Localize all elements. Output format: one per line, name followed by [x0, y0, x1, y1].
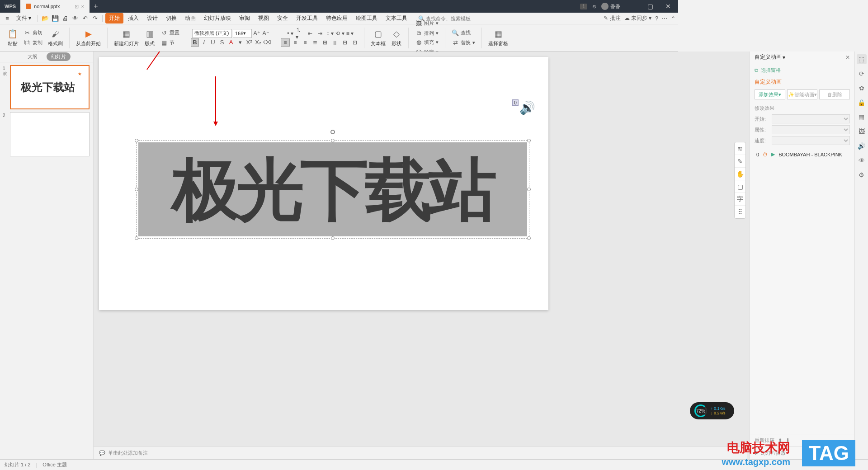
- thumb-text: 极光下载站: [21, 80, 75, 94]
- tab-view[interactable]: 视图: [255, 13, 273, 24]
- from-current-button[interactable]: ▶从当前开始: [74, 28, 103, 48]
- columns-button[interactable]: ⫼: [330, 38, 340, 47]
- titlebar: WPS normal.pptx ⊡ × + 1 ⎋ 香香 — ▢ ✕: [0, 0, 678, 13]
- sync-button[interactable]: ☁ 未同步 ▾: [624, 14, 652, 22]
- align-center-button[interactable]: ≡: [291, 38, 300, 47]
- resize-handle-s[interactable]: [331, 236, 335, 240]
- align-text-button[interactable]: ≡ ▾: [345, 29, 354, 38]
- indent-inc-button[interactable]: ⇥: [316, 29, 325, 38]
- slide-thumb-2[interactable]: [10, 112, 90, 156]
- subscript-button[interactable]: X₂: [254, 38, 262, 47]
- layout-button[interactable]: ▥版式: [142, 28, 157, 48]
- tab-texttools[interactable]: 文本工具: [382, 13, 411, 24]
- para1-button[interactable]: ⊟: [340, 38, 349, 47]
- replace-button[interactable]: ⇄替换 ▾: [450, 38, 477, 47]
- superscript-button[interactable]: X²: [245, 38, 253, 47]
- tab-slideshow[interactable]: 幻灯片放映: [200, 13, 235, 24]
- text-box-selected[interactable]: 极光下载站: [136, 140, 529, 239]
- reset-button[interactable]: ↺重置: [159, 28, 181, 38]
- picture-button[interactable]: 🖼图片 ▾: [413, 19, 440, 28]
- highlight-button[interactable]: ▾: [236, 38, 244, 47]
- line-spacing-button[interactable]: ↕ ▾: [326, 29, 335, 38]
- file-menu[interactable]: 文件 ▾: [13, 13, 35, 24]
- help-icon[interactable]: ?: [655, 15, 658, 22]
- bold-button[interactable]: B: [191, 38, 199, 47]
- new-tab-button[interactable]: +: [90, 2, 102, 10]
- font-name-combo[interactable]: 微软雅黑 (正文): [192, 29, 232, 38]
- increase-font-icon[interactable]: A⁺: [253, 29, 261, 38]
- resize-handle-w[interactable]: [135, 188, 138, 191]
- para2-button[interactable]: ⊡: [350, 38, 359, 47]
- slide-canvas[interactable]: 0 🔊 极光下载站: [99, 57, 548, 310]
- present-icon[interactable]: ⎋: [593, 3, 596, 9]
- print-icon[interactable]: 🖨: [61, 14, 70, 23]
- strikethrough-button[interactable]: S: [218, 38, 226, 47]
- close-button[interactable]: ✕: [662, 3, 675, 10]
- app-menu-icon[interactable]: ≡: [3, 14, 12, 23]
- tab-security[interactable]: 安全: [274, 13, 292, 24]
- new-slide-button[interactable]: ▦新建幻灯片: [112, 28, 141, 48]
- numbering-button[interactable]: ⒈ ▾: [296, 29, 305, 38]
- save-icon[interactable]: 💾: [51, 14, 60, 23]
- undo-icon[interactable]: ↶: [80, 14, 90, 23]
- tab-design[interactable]: 设计: [143, 13, 161, 24]
- tab-review[interactable]: 审阅: [236, 13, 254, 24]
- distribute-button[interactable]: ⊞: [321, 38, 330, 47]
- format-painter-button[interactable]: 🖌格式刷: [46, 28, 65, 48]
- tab-animation[interactable]: 动画: [181, 13, 199, 24]
- open-icon[interactable]: 📂: [41, 14, 50, 23]
- font-color-button[interactable]: A: [227, 38, 235, 47]
- bullets-button[interactable]: • ▾: [286, 29, 295, 38]
- slide-thumb-1[interactable]: 极光下载站 ★: [10, 65, 90, 109]
- arrange-button[interactable]: ⧉排列 ▾: [413, 29, 440, 38]
- font-size-combo[interactable]: 166 ▾: [233, 29, 252, 38]
- paste-button[interactable]: 📋粘贴: [5, 28, 20, 48]
- resize-handle-nw[interactable]: [135, 139, 138, 142]
- resize-handle-n[interactable]: [331, 139, 335, 142]
- tab-features[interactable]: 特色应用: [322, 13, 351, 24]
- minimize-button[interactable]: —: [626, 3, 638, 10]
- cut-button[interactable]: ✂剪切: [22, 28, 44, 38]
- document-tab[interactable]: normal.pptx ⊡ ×: [20, 0, 90, 13]
- justify-button[interactable]: ≣: [311, 38, 320, 47]
- shape-button[interactable]: ◇形状: [389, 28, 404, 48]
- tab-home[interactable]: 开始: [105, 13, 123, 24]
- text-direction-button[interactable]: ⟲ ▾: [335, 29, 344, 38]
- align-right-button[interactable]: ≡: [301, 38, 310, 47]
- ribbon-chevron-icon[interactable]: ⌃: [671, 15, 675, 22]
- tab-drawtools[interactable]: 绘图工具: [352, 13, 381, 24]
- redo-icon[interactable]: ↷: [90, 14, 99, 23]
- resize-handle-se[interactable]: [527, 236, 531, 240]
- counter-badge[interactable]: 1: [580, 4, 587, 9]
- resize-handle-e[interactable]: [527, 188, 531, 191]
- underline-button[interactable]: U: [209, 38, 217, 47]
- user-avatar[interactable]: 香香: [601, 3, 620, 10]
- tab-devtools[interactable]: 开发工具: [292, 13, 321, 24]
- collapse-ribbon-icon[interactable]: ⋯: [662, 15, 667, 22]
- section-button[interactable]: ▤节: [159, 38, 181, 47]
- close-icon[interactable]: ×: [81, 4, 84, 9]
- find-button[interactable]: 🔍查找: [450, 28, 477, 38]
- slides-tab[interactable]: 幻灯片: [47, 52, 71, 61]
- menubar: ≡ 文件 ▾ 📂 💾 🖨 👁 ↶ ↷ 开始 插入 设计 切换 动画 幻灯片放映 …: [0, 13, 678, 24]
- indent-dec-button[interactable]: ⇤: [306, 29, 315, 38]
- clear-format-button[interactable]: ⌫: [263, 38, 271, 47]
- audio-icon[interactable]: 🔊: [519, 100, 535, 114]
- align-left-button[interactable]: ≡: [281, 38, 290, 47]
- decrease-font-icon[interactable]: A⁻: [262, 29, 270, 38]
- fill-button[interactable]: ◍填充 ▾: [413, 38, 440, 47]
- rotate-handle[interactable]: [330, 130, 335, 134]
- preview-icon[interactable]: 👁: [71, 14, 80, 23]
- resize-handle-ne[interactable]: [527, 139, 531, 142]
- copy-button[interactable]: ⿻复制: [22, 38, 44, 47]
- textbox-button[interactable]: ▢文本框: [369, 28, 387, 48]
- annotate-button[interactable]: ✎ 批注: [604, 14, 620, 22]
- maximize-button[interactable]: ▢: [644, 3, 656, 10]
- tab-transition[interactable]: 切换: [162, 13, 180, 24]
- tab-pin-icon[interactable]: ⊡: [75, 4, 79, 9]
- select-pane-button[interactable]: ▦选择窗格: [486, 28, 510, 48]
- resize-handle-sw[interactable]: [135, 236, 138, 240]
- tab-insert[interactable]: 插入: [124, 13, 142, 24]
- italic-button[interactable]: I: [200, 38, 208, 47]
- outline-tab[interactable]: 大纲: [23, 52, 42, 61]
